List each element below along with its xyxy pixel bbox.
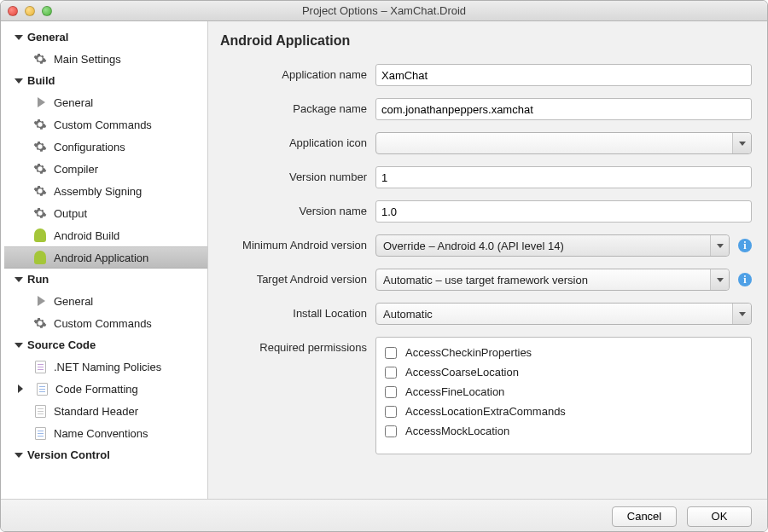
document-icon xyxy=(33,360,47,373)
permission-label: AccessFineLocation xyxy=(405,385,504,398)
row-package-name: Package name xyxy=(220,98,752,120)
document-icon xyxy=(33,404,47,418)
permission-label: AccessMockLocation xyxy=(405,425,509,437)
sidebar-item-standard-header[interactable]: Standard Header xyxy=(4,400,207,422)
chevron-down-icon xyxy=(710,269,729,290)
label-min-android: Minimum Android version xyxy=(220,234,375,252)
permission-checkbox[interactable] xyxy=(385,406,397,418)
permission-item[interactable]: AccessCheckinProperties xyxy=(383,343,744,362)
application-icon-combo[interactable] xyxy=(375,132,752,154)
info-icon[interactable]: i xyxy=(738,273,752,286)
close-icon[interactable] xyxy=(8,6,18,16)
row-app-name: Application name xyxy=(220,64,752,86)
sidebar-item-label: Output xyxy=(54,207,87,220)
caret-down-icon xyxy=(15,35,23,40)
combo-value: Automatic – use target framework version xyxy=(383,274,588,286)
sidebar-item-label: Android Build xyxy=(54,229,119,242)
sidebar-item-net-naming[interactable]: .NET Naming Policies xyxy=(4,356,207,378)
application-name-input[interactable] xyxy=(375,64,752,86)
combo-value: Automatic xyxy=(383,308,433,321)
chevron-down-icon xyxy=(732,304,751,324)
caret-right-icon xyxy=(18,385,26,393)
min-android-combo[interactable]: Override – Android 4.0 (API level 14) xyxy=(375,234,730,257)
sidebar-group-run[interactable]: Run xyxy=(4,269,207,290)
label-app-name: Application name xyxy=(220,64,375,81)
sidebar-item-main-settings[interactable]: Main Settings xyxy=(4,48,207,70)
row-install-location: Install Location Automatic xyxy=(220,303,752,325)
dialog-footer: Cancel OK xyxy=(1,499,767,532)
permission-checkbox[interactable] xyxy=(385,367,397,379)
row-app-icon: Application icon xyxy=(220,132,752,154)
sidebar-item-name-conventions[interactable]: Name Conventions xyxy=(4,422,207,444)
minimize-icon[interactable] xyxy=(25,6,35,16)
sidebar-item-android-application[interactable]: Android Application xyxy=(4,246,207,269)
gear-icon xyxy=(33,52,47,66)
chevron-down-icon xyxy=(710,235,729,256)
sidebar: General Main Settings Build General Cust… xyxy=(1,21,207,499)
dialog-body: General Main Settings Build General Cust… xyxy=(1,21,767,499)
permission-item[interactable]: AccessMockLocation xyxy=(383,421,744,441)
install-location-combo[interactable]: Automatic xyxy=(375,303,752,325)
sidebar-group-label: Run xyxy=(27,273,49,286)
sidebar-item-label: Custom Commands xyxy=(54,317,152,330)
sidebar-item-custom-commands[interactable]: Custom Commands xyxy=(4,113,207,136)
gear-icon xyxy=(33,316,47,330)
sidebar-item-compiler[interactable]: Compiler xyxy=(4,158,207,180)
target-android-combo[interactable]: Automatic – use target framework version xyxy=(375,269,730,291)
sidebar-item-assembly-signing[interactable]: Assembly Signing xyxy=(4,180,207,202)
sidebar-item-configurations[interactable]: Configurations xyxy=(4,136,207,158)
sidebar-item-code-formatting[interactable]: Code Formatting xyxy=(4,378,207,400)
caret-down-icon xyxy=(15,78,23,84)
sidebar-item-label: Compiler xyxy=(54,163,98,176)
ok-button[interactable]: OK xyxy=(687,506,752,527)
label-version-number: Version number xyxy=(220,166,375,183)
sidebar-item-build-general[interactable]: General xyxy=(4,91,207,113)
sidebar-item-label: Assembly Signing xyxy=(54,185,142,198)
play-icon xyxy=(33,95,47,109)
permission-checkbox[interactable] xyxy=(385,425,397,437)
row-version-name: Version name xyxy=(220,200,752,223)
info-icon[interactable]: i xyxy=(738,239,752,252)
caret-down-icon xyxy=(15,343,23,348)
cancel-button[interactable]: Cancel xyxy=(612,506,677,527)
sidebar-group-build[interactable]: Build xyxy=(4,70,207,91)
sidebar-item-label: Standard Header xyxy=(54,405,138,418)
sidebar-group-label: Source Code xyxy=(27,338,96,351)
sidebar-item-run-general[interactable]: General xyxy=(4,290,207,312)
sidebar-item-android-build[interactable]: Android Build xyxy=(4,224,207,246)
package-name-input[interactable] xyxy=(375,98,752,120)
row-permissions: Required permissions AccessCheckinProper… xyxy=(220,337,752,454)
label-target-android: Target Android version xyxy=(220,269,375,286)
sidebar-group-version-control[interactable]: Version Control xyxy=(4,444,207,466)
sidebar-item-run-custom-commands[interactable]: Custom Commands xyxy=(4,312,207,334)
version-name-input[interactable] xyxy=(375,200,752,223)
sidebar-group-source-code[interactable]: Source Code xyxy=(4,334,207,356)
zoom-icon[interactable] xyxy=(42,6,52,16)
sidebar-group-label: Version Control xyxy=(27,448,110,461)
label-app-icon: Application icon xyxy=(220,132,375,149)
permission-item[interactable]: AccessCoarseLocation xyxy=(383,362,744,382)
caret-down-icon xyxy=(15,453,23,458)
permission-item[interactable]: AccessFineLocation xyxy=(383,382,744,402)
permission-checkbox[interactable] xyxy=(385,386,397,398)
permission-item[interactable]: AccessLocationExtraCommands xyxy=(383,402,744,421)
sidebar-item-label: General xyxy=(54,295,93,308)
sidebar-group-general[interactable]: General xyxy=(4,26,207,48)
play-icon xyxy=(33,294,47,308)
document-icon xyxy=(35,382,49,396)
label-version-name: Version name xyxy=(220,200,375,217)
android-icon xyxy=(33,251,47,264)
permissions-list: AccessCheckinProperties AccessCoarseLoca… xyxy=(375,337,752,454)
row-version-number: Version number xyxy=(220,166,752,188)
label-permissions: Required permissions xyxy=(220,337,375,354)
sidebar-item-output[interactable]: Output xyxy=(4,202,207,224)
gear-icon xyxy=(33,162,47,176)
gear-icon xyxy=(33,206,47,220)
permission-checkbox[interactable] xyxy=(385,347,397,359)
sidebar-item-label: Android Application xyxy=(54,252,148,264)
sidebar-item-label: Custom Commands xyxy=(54,119,152,131)
permission-label: AccessCoarseLocation xyxy=(405,366,519,379)
version-number-input[interactable] xyxy=(375,166,752,188)
gear-icon xyxy=(33,118,47,131)
caret-down-icon xyxy=(15,277,23,282)
